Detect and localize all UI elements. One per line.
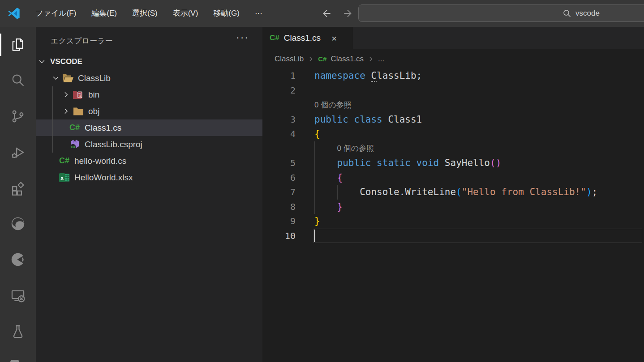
activity-testing-icon[interactable] — [0, 313, 36, 349]
csharp-file-icon: C# — [318, 55, 326, 63]
breadcrumb-item-1[interactable]: Class1.cs — [331, 55, 364, 64]
vscode-logo-icon — [7, 7, 21, 20]
activity-partial-icon[interactable] — [10, 360, 19, 362]
file-tree: ClassLib0110binobjC#Class1.csC#ClassLib.… — [36, 70, 262, 186]
token-pl: Class1 — [388, 114, 422, 125]
code-text: { — [296, 172, 343, 183]
tree-item-label: hello-world.cs — [74, 156, 126, 166]
folder-icon — [72, 106, 84, 117]
csproj-icon: C# — [69, 139, 81, 150]
back-icon[interactable] — [320, 7, 333, 20]
tree-item-class1-cs[interactable]: C#Class1.cs — [36, 119, 262, 136]
workspace-root-label: VSCODE — [50, 57, 82, 66]
menu-item-1[interactable]: 編集(E) — [84, 0, 125, 27]
tree-item-label: Class1.cs — [85, 123, 121, 133]
line-number: 6 — [262, 172, 296, 183]
code-text: } — [296, 201, 343, 212]
tab-class1-cs[interactable]: C# Class1.cs × — [262, 27, 353, 49]
breadcrumb-item-2[interactable]: ... — [378, 55, 384, 64]
explorer-header: エクスプローラー ··· — [36, 27, 262, 53]
codelens-row: 0 個の参照 — [262, 141, 644, 156]
activity-search-icon[interactable] — [0, 63, 36, 98]
code-text: Console.WriteLine("Hello from ClassLib!"… — [296, 187, 597, 197]
codelens-references[interactable]: 0 個の参照 — [296, 143, 374, 153]
line-number: 1 — [262, 70, 296, 81]
token-pl — [314, 172, 337, 183]
token-pl — [314, 187, 360, 197]
csharp-icon: C# — [69, 123, 81, 133]
tree-item-helloworld-xlsx[interactable]: xHelloWorld.xlsx — [36, 169, 262, 186]
menu-item-4[interactable]: 移動(G) — [206, 0, 247, 27]
tree-item-label: obj — [88, 106, 99, 116]
activity-extensions-icon[interactable] — [0, 170, 36, 206]
activity-run-and-debug-icon[interactable] — [0, 134, 36, 170]
tree-item-classlib-csproj[interactable]: C#ClassLib.csproj — [36, 136, 262, 153]
token-pl: lassLib; — [377, 70, 422, 81]
code-line-6: 6 { — [262, 170, 644, 185]
token-pl — [314, 201, 337, 212]
line-number: 3 — [262, 114, 296, 125]
activity-circle-extension-icon[interactable] — [0, 242, 36, 277]
token-pl — [314, 158, 337, 168]
tab-label: Class1.cs — [284, 33, 321, 43]
excel-icon: x — [58, 172, 70, 183]
activity-edge-devtools-icon[interactable] — [0, 206, 36, 242]
token-b2: () — [490, 158, 501, 168]
chevron-down-icon — [49, 74, 62, 82]
activity-source-control-icon[interactable] — [0, 98, 36, 134]
line-number: 2 — [262, 85, 296, 96]
token-str: "Hello from ClassLib!" — [462, 187, 586, 197]
tree-indent-guide — [52, 86, 53, 153]
menu-item-5[interactable]: ··· — [247, 0, 270, 27]
token-b1: { — [314, 128, 320, 139]
menu-item-3[interactable]: 表示(V) — [165, 0, 206, 27]
tab-strip: C# Class1.cs × — [262, 27, 644, 49]
tree-item-bin[interactable]: 0110bin — [36, 86, 262, 103]
text-cursor — [314, 230, 315, 243]
forward-icon[interactable] — [341, 7, 355, 20]
line-number: 7 — [262, 187, 296, 197]
workspace-root-row[interactable]: VSCODE — [36, 53, 262, 70]
activity-remote-explorer-icon[interactable] — [0, 277, 36, 313]
explorer-more-actions-icon[interactable]: ··· — [236, 31, 249, 43]
tree-item-obj[interactable]: obj — [36, 103, 262, 119]
code-text: namespace ClassLib; — [296, 70, 422, 81]
codelens-references[interactable]: 0 個の参照 — [296, 100, 352, 110]
breadcrumb-item-0[interactable]: ClassLib — [275, 55, 304, 64]
token-pl — [382, 114, 388, 125]
token-kw: namespace — [314, 70, 365, 81]
command-center-search[interactable]: vscode — [358, 4, 644, 22]
code-line-2: 2 — [262, 83, 644, 98]
code-line-8: 8 } — [262, 200, 644, 214]
line-number: 10 — [262, 230, 296, 241]
menu-item-2[interactable]: 選択(S) — [125, 0, 165, 27]
token-pl: SayHello — [445, 158, 490, 168]
breadcrumb: ClassLibC#Class1.cs... — [262, 49, 644, 68]
menu-item-0[interactable]: ファイル(F) — [28, 0, 84, 27]
code-editor[interactable]: 1namespace ClassLib;20 個の参照3public class… — [262, 68, 644, 362]
tree-item-classlib[interactable]: ClassLib — [36, 70, 262, 86]
token-kw: class — [354, 114, 382, 125]
svg-text:10: 10 — [78, 94, 81, 97]
token-b3: ( — [456, 187, 462, 197]
token-hint: C — [371, 70, 377, 82]
token-pl — [371, 158, 377, 168]
title-bar: ファイル(F)編集(E)選択(S)表示(V)移動(G)··· vscode — [0, 0, 644, 27]
close-icon[interactable]: × — [331, 34, 337, 43]
search-icon — [562, 9, 571, 18]
line-number: 8 — [262, 201, 296, 212]
token-b3: ) — [586, 187, 592, 197]
activity-bar — [0, 27, 36, 362]
svg-text:x: x — [60, 175, 64, 181]
tree-item-hello-world-cs[interactable]: C#hello-world.cs — [36, 153, 262, 169]
folder-open-icon — [62, 73, 74, 84]
line-number: 4 — [262, 128, 296, 139]
token-b1: } — [314, 216, 320, 226]
tree-item-label: HelloWorld.xlsx — [74, 173, 133, 183]
token-kw: public — [314, 114, 348, 125]
code-line-7: 7 Console.WriteLine("Hello from ClassLib… — [262, 185, 644, 200]
menu-bar: ファイル(F)編集(E)選択(S)表示(V)移動(G)··· — [28, 0, 270, 27]
explorer-title: エクスプローラー — [51, 36, 112, 46]
token-kw: static — [377, 158, 411, 168]
activity-explorer-icon[interactable] — [0, 27, 36, 63]
